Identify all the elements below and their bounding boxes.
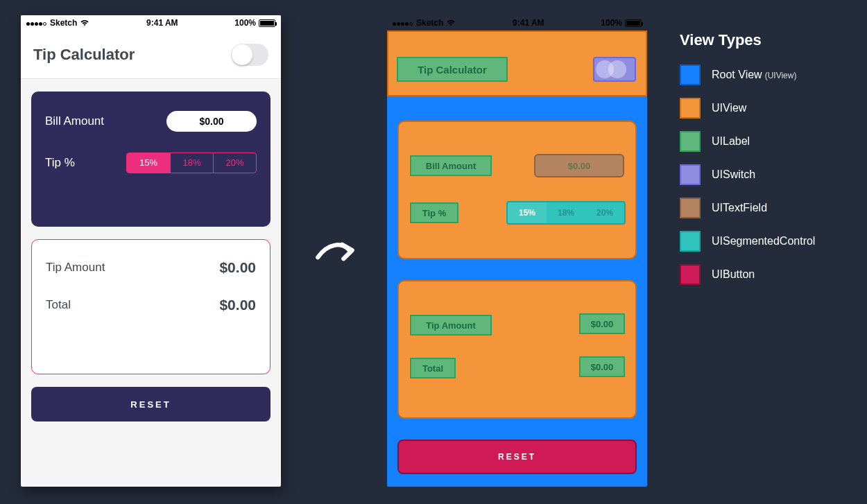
wifi-icon bbox=[80, 19, 89, 26]
tip-pct-label: Tip % bbox=[45, 156, 75, 170]
legend-label: UITextField bbox=[712, 202, 767, 214]
dbg-seg-1: 18% bbox=[547, 202, 585, 223]
tip-segmented-control[interactable]: 15% 18% 20% bbox=[126, 153, 257, 173]
legend-label: UILabel bbox=[712, 135, 750, 148]
statusbar: Sketch 9:41 AM 100% bbox=[21, 15, 281, 31]
dbg-tip-label-uilabel: Tip % bbox=[410, 202, 458, 223]
swatch-uiswitch-icon bbox=[680, 164, 701, 185]
legend: View Types Root View(UIView) UIView UILa… bbox=[680, 31, 853, 297]
statusbar-dbg: Sketch 9:41 AM 100% bbox=[387, 15, 647, 31]
legend-label: Root View bbox=[712, 69, 762, 80]
legend-sublabel: (UIView) bbox=[765, 71, 797, 80]
total-value: $0.00 bbox=[219, 297, 256, 313]
legend-label: UIView bbox=[712, 102, 746, 114]
signal-dots-icon bbox=[26, 18, 47, 28]
swatch-uilabel-icon bbox=[680, 131, 701, 152]
battery-pct-label: 100% bbox=[601, 18, 622, 28]
input-card: Bill Amount $0.00 Tip % 15% 18% 20% bbox=[31, 92, 271, 227]
tip-amount-label: Tip Amount bbox=[46, 261, 105, 275]
dbg-reset-uibutton: RESET bbox=[397, 440, 637, 474]
dbg-output-card-uiview bbox=[397, 280, 637, 419]
swatch-root-icon bbox=[680, 64, 701, 85]
legend-label: UISegmentedControl bbox=[712, 235, 815, 247]
page-title: Tip Calculator bbox=[33, 46, 135, 64]
dbg-bill-field-uitextfield: $0.00 bbox=[534, 154, 624, 177]
tip-seg-2[interactable]: 20% bbox=[213, 153, 256, 173]
battery-icon bbox=[259, 19, 275, 27]
dbg-total-value-uilabel: $0.00 bbox=[579, 356, 625, 377]
legend-item: UISegmentedControl bbox=[680, 231, 853, 252]
output-card: Tip Amount $0.00 Total $0.00 bbox=[31, 239, 271, 374]
clock-label: 9:41 AM bbox=[146, 18, 178, 28]
legend-item: UITextField bbox=[680, 198, 853, 218]
legend-item: UIButton bbox=[680, 264, 853, 285]
total-label: Total bbox=[46, 298, 71, 312]
tip-seg-0[interactable]: 15% bbox=[127, 153, 170, 173]
phone-ui-mock: Sketch 9:41 AM 100% Tip Calculator Bill … bbox=[21, 15, 281, 487]
legend-label: UISwitch bbox=[712, 168, 755, 181]
battery-pct-label: 100% bbox=[234, 18, 256, 28]
signal-dots-icon bbox=[393, 18, 413, 28]
swatch-uisegmented-icon bbox=[680, 231, 701, 252]
dbg-uisegmentedcontrol: 15% 18% 20% bbox=[506, 201, 626, 225]
header: Tip Calculator bbox=[21, 31, 281, 79]
swatch-uiview-icon bbox=[680, 98, 701, 119]
dbg-bill-label-uilabel: Bill Amount bbox=[410, 155, 492, 176]
legend-label: UIButton bbox=[712, 268, 755, 281]
legend-item: Root View(UIView) bbox=[680, 64, 853, 85]
dbg-title-uilabel: Tip Calculator bbox=[397, 57, 508, 82]
phone-debug-overlay: Sketch 9:41 AM 100% Tip Calculator Bill … bbox=[387, 15, 647, 487]
dbg-tipamt-value-uilabel: $0.00 bbox=[579, 313, 625, 334]
swatch-uitextfield-icon bbox=[680, 198, 701, 218]
bill-amount-field[interactable]: $0.00 bbox=[166, 111, 257, 132]
carrier-label: Sketch bbox=[50, 18, 77, 28]
swatch-uibutton-icon bbox=[680, 264, 701, 285]
wifi-icon bbox=[446, 19, 456, 26]
dbg-root-view: Tip Calculator Bill Amount $0.00 Tip % 1… bbox=[387, 31, 647, 487]
tip-amount-value: $0.00 bbox=[219, 259, 256, 276]
legend-item: UISwitch bbox=[680, 164, 853, 185]
legend-item: UILabel bbox=[680, 131, 853, 152]
dbg-total-label-uilabel: Total bbox=[410, 358, 456, 379]
tip-seg-1[interactable]: 18% bbox=[170, 153, 213, 173]
dbg-seg-2: 20% bbox=[585, 202, 624, 223]
dbg-input-card-uiview bbox=[397, 121, 637, 259]
battery-icon bbox=[625, 19, 642, 27]
bill-amount-label: Bill Amount bbox=[45, 114, 104, 128]
dbg-tipamt-label-uilabel: Tip Amount bbox=[410, 315, 492, 336]
dbg-uiswitch bbox=[593, 57, 636, 82]
legend-item: UIView bbox=[680, 98, 853, 119]
clock-label: 9:41 AM bbox=[513, 18, 544, 28]
theme-switch[interactable] bbox=[231, 44, 268, 66]
dbg-seg-0: 15% bbox=[508, 202, 547, 223]
reset-button[interactable]: RESET bbox=[31, 387, 271, 422]
arrow-icon bbox=[314, 229, 359, 275]
legend-title: View Types bbox=[680, 31, 853, 49]
carrier-label: Sketch bbox=[416, 18, 443, 28]
